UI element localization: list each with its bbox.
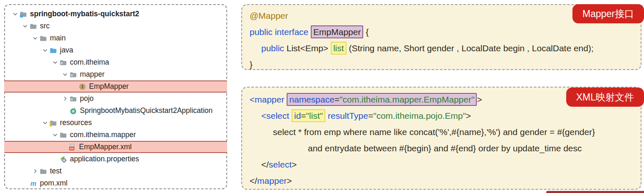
code-token: > [287,176,292,185]
tree-item-com-itheima[interactable]: com.itheima [5,56,226,68]
folder-icon [40,35,50,42]
tree-item-label: com.itheima.mapper [70,130,136,139]
interface-icon: I [79,83,89,90]
code-token: list [333,43,344,53]
tree-item-com-itheima-mapper[interactable]: com.itheima.mapper [5,129,226,141]
chevron-down-icon[interactable] [21,23,30,30]
springboot-icon [69,107,79,115]
mapper-interface-badge: Mapper接口 [572,4,644,23]
purple-highlight: namespace="com.itheima.mapper.EmpMapper" [287,93,477,106]
tree-item-application-properties[interactable]: application.properties [5,153,226,165]
xml-code-line-4: and entrydate between #{begin} and #{end… [250,140,633,156]
tree-item-label: pom.xml [40,179,67,188]
chevron-down-icon[interactable] [41,119,50,127]
chevron-down-icon[interactable] [61,71,69,78]
code-token: <select [261,111,292,120]
tree-item-springboot-mybatis-quickstart2[interactable]: springboot-mybatis-quickstart2 [5,8,226,20]
code-token: @Mapper [250,11,288,20]
code-token: > [477,95,482,104]
code-token: > [292,160,297,169]
package-folder-icon [69,95,79,103]
xml-code-line-5: </select> [250,156,633,173]
tree-item-label: mapper [80,70,104,79]
chevron-down-icon[interactable] [51,59,59,66]
tree-item-test[interactable]: test [5,165,226,177]
svg-text:<>: <> [70,146,74,150]
code-token: "com.itheima.pojo.Emp" [373,111,466,120]
tree-item-src[interactable]: src [5,20,226,32]
folder-icon [40,168,50,175]
clipped-badge-edge [546,191,644,193]
code-token: (String name, Short gender , LocalDate b… [347,43,594,53]
code-token: } [250,60,253,69]
code-token: > [466,111,471,120]
code-token: = [301,111,306,120]
tree-item-empmapper-xml[interactable]: <>EmpMapper.xml [4,141,227,153]
properties-file-icon [59,155,69,163]
tree-item-resources[interactable]: resources [5,117,226,129]
chevron-spacer [51,155,59,163]
tree-item-label: EmpMapper [89,82,129,91]
chevron-spacer [70,83,79,90]
tree-item-label: com.itheima [70,58,109,67]
code-token: EmpMapper [313,27,361,37]
chevron-spacer [61,107,69,115]
tree-item-label: resources [60,118,92,127]
xml-file-icon: <> [69,143,79,151]
tree-item-pojo[interactable]: pojo [5,93,226,105]
code-token: id [294,111,301,120]
code-token: "list" [306,111,323,120]
tree-item-main[interactable]: main [5,32,226,44]
chevron-down-icon[interactable] [31,35,40,42]
tree-item-mapper[interactable]: mapper [5,68,226,80]
chevron-right-icon[interactable] [31,168,40,175]
chevron-spacer [60,143,69,151]
chevron-down-icon[interactable] [41,47,50,54]
xml-mapping-file-badge: XML映射文件 [566,88,644,107]
tree-item-springbootmybatisquickstart2application[interactable]: SpringbootMybatisQuickstart2Application [5,105,226,117]
code-token: public [261,43,287,53]
code-token: select * from emp where name like concat… [273,127,595,137]
code-token: </ [261,160,269,169]
code-token: and entrydate between #{begin} and #{end… [308,143,582,153]
maven-file-icon: m [30,180,40,187]
resources-folder-icon [50,119,59,127]
folder-icon [59,131,69,139]
java-code-line-4: } [250,56,633,73]
xml-code-line-6: </mapper> [250,173,633,189]
project-folder-icon [20,10,30,18]
code-token: select [269,160,292,169]
code-token: = [368,111,373,120]
code-token: List<Emp> [287,43,331,53]
tree-item-label: SpringbootMybatisQuickstart2Application [80,106,213,115]
code-token: mapper [257,176,287,185]
code-token: "com.itheima.mapper.EmpMapper" [339,95,474,104]
xml-code-line-2: <select id="list" resultType="com.itheim… [250,108,633,124]
chevron-spacer [21,180,30,187]
chevron-down-icon[interactable] [11,10,20,18]
tree-item-label: java [60,46,73,55]
package-folder-icon [69,71,79,78]
tree-item-empmapper[interactable]: IEmpMapper [4,80,227,93]
tree-item-label: springboot-mybatis-quickstart2 [30,10,139,18]
tree-item-label: test [50,167,62,175]
java-code-line-2: public interface EmpMapper { [250,24,633,40]
tree-item-label: main [50,34,66,43]
code-token: { [363,27,369,37]
tree-item-java[interactable]: java [5,44,226,56]
chevron-down-icon[interactable] [51,131,59,139]
code-token: namespace [289,95,334,104]
folder-icon [30,23,40,30]
yellow-highlight: list [331,42,347,55]
code-token: <mapper [250,95,287,104]
svg-text:I: I [82,84,83,89]
tree-item-label: pojo [80,94,94,103]
slide-canvas: springboot-mybatis-quickstart2srcmainjav… [0,0,644,193]
purple-highlight: EmpMapper [311,25,363,38]
package-folder-icon [59,59,69,66]
tree-item-pom-xml[interactable]: mpom.xml [5,177,226,189]
chevron-right-icon[interactable] [61,95,69,103]
xml-code-line-3: select * from emp where name like concat… [250,124,633,140]
tree-item-label: EmpMapper.xml [79,143,131,151]
project-tree-panel: springboot-mybatis-quickstart2srcmainjav… [4,4,227,189]
